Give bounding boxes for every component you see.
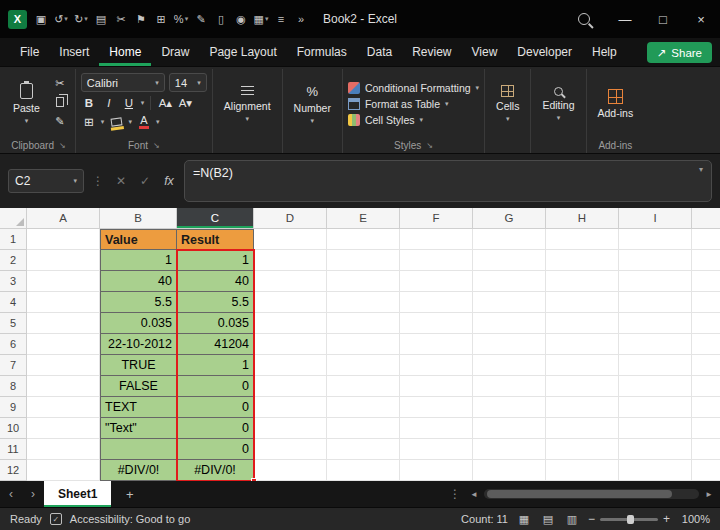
cell-D5[interactable] [254,313,327,334]
tab-data[interactable]: Data [357,38,402,66]
cell-filler-10[interactable] [692,418,720,439]
cell-E12[interactable] [327,460,400,481]
zoom-percentage[interactable]: 100% [678,513,710,525]
font-size-select[interactable]: 14 ▾ [169,73,207,92]
cell-filler-12[interactable] [692,460,720,481]
column-header-F[interactable]: F [400,208,473,229]
formula-bar-expand-icon[interactable]: ▾ [699,165,703,174]
tab-developer[interactable]: Developer [507,38,582,66]
search-icon[interactable] [578,13,590,25]
cell-B11[interactable] [100,439,177,460]
cell-I10[interactable] [619,418,692,439]
formula-input[interactable]: =N(B2) ▾ [184,160,712,202]
bold-button[interactable]: B [81,95,97,111]
row-header-4[interactable]: 4 [0,292,27,313]
cell-C2[interactable]: 1 [177,250,254,271]
cell-H9[interactable] [546,397,619,418]
cell-H5[interactable] [546,313,619,334]
cell-B9[interactable]: TEXT [100,397,177,418]
cell-filler-5[interactable] [692,313,720,334]
cell-styles-button[interactable]: Cell Styles ▾ [348,114,479,126]
sheet-bar-options-icon[interactable]: ⋮ [449,487,461,501]
cell-filler-11[interactable] [692,439,720,460]
cell-G9[interactable] [473,397,546,418]
cell-E4[interactable] [327,292,400,313]
italic-button[interactable]: I [101,95,117,111]
minimize-button[interactable]: — [606,0,644,38]
cell-A1[interactable] [27,229,100,250]
flag-icon[interactable]: ⚑ [131,6,151,32]
addins-button[interactable]: Add-ins [592,71,640,137]
cell-E2[interactable] [327,250,400,271]
cell-H1[interactable] [546,229,619,250]
cell-G11[interactable] [473,439,546,460]
cell-B10[interactable]: "Text" [100,418,177,439]
close-button[interactable]: × [682,0,720,38]
cell-C3[interactable]: 40 [177,271,254,292]
font-color-button[interactable]: A [136,114,152,130]
scrollbar-track[interactable] [484,489,699,499]
paste-button[interactable]: Paste ▾ [7,71,46,137]
cell-H10[interactable] [546,418,619,439]
cell-B3[interactable]: 40 [100,271,177,292]
cell-H8[interactable] [546,376,619,397]
camera-icon[interactable]: ◉ [231,6,251,32]
fill-handle[interactable] [251,478,257,481]
zoom-out-button[interactable]: − [588,512,595,526]
cell-G1[interactable] [473,229,546,250]
horizontal-scrollbar[interactable]: ◄ ► [467,489,716,499]
sort-icon[interactable]: ≡ [271,6,291,32]
conditional-formatting-button[interactable]: Conditional Formatting ▾ [348,82,479,94]
cell-H2[interactable] [546,250,619,271]
cell-C7[interactable]: 1 [177,355,254,376]
cell-A2[interactable] [27,250,100,271]
cell-E9[interactable] [327,397,400,418]
cell-E3[interactable] [327,271,400,292]
cell-B5[interactable]: 0.035 [100,313,177,334]
cell-E11[interactable] [327,439,400,460]
cell-F8[interactable] [400,376,473,397]
cell-F10[interactable] [400,418,473,439]
cell-F11[interactable] [400,439,473,460]
share-button[interactable]: ↗ Share [647,42,712,63]
cell-C5[interactable]: 0.035 [177,313,254,334]
cell-I3[interactable] [619,271,692,292]
cell-D3[interactable] [254,271,327,292]
cell-I11[interactable] [619,439,692,460]
number-button[interactable]: % Number ▾ [288,71,337,137]
copy-button[interactable] [50,94,70,110]
tab-formulas[interactable]: Formulas [287,38,357,66]
cell-A3[interactable] [27,271,100,292]
zoom-slider-thumb[interactable] [627,515,634,524]
underline-button[interactable]: U [121,95,137,111]
cell-H3[interactable] [546,271,619,292]
borders-button[interactable]: ⊞ [81,114,97,130]
row-header-10[interactable]: 10 [0,418,27,439]
cell-F12[interactable] [400,460,473,481]
cell-H6[interactable] [546,334,619,355]
row-header-2[interactable]: 2 [0,250,27,271]
enter-button[interactable]: ✓ [136,174,154,188]
redo-icon[interactable]: ↻▾ [71,6,91,32]
add-sheet-button[interactable]: + [121,486,138,503]
dialog-launcher-icon[interactable]: ↘ [59,141,66,150]
cell-B8[interactable]: FALSE [100,376,177,397]
cell-I4[interactable] [619,292,692,313]
tab-review[interactable]: Review [402,38,461,66]
cell-G5[interactable] [473,313,546,334]
cancel-button[interactable]: ✕ [112,174,130,188]
cell-E8[interactable] [327,376,400,397]
cell-G3[interactable] [473,271,546,292]
scroll-right-icon[interactable]: ► [702,490,716,499]
cell-C6[interactable]: 41204 [177,334,254,355]
tab-draw[interactable]: Draw [151,38,199,66]
column-header-B[interactable]: B [100,208,177,229]
cell-B7[interactable]: TRUE [100,355,177,376]
zoom-in-button[interactable]: + [663,512,670,526]
cell-G12[interactable] [473,460,546,481]
accessibility-status[interactable]: Accessibility: Good to go [70,513,190,525]
column-header-C[interactable]: C [177,208,254,229]
cell-A6[interactable] [27,334,100,355]
dialog-launcher-icon[interactable]: ↘ [153,141,160,150]
column-header-D[interactable]: D [254,208,327,229]
